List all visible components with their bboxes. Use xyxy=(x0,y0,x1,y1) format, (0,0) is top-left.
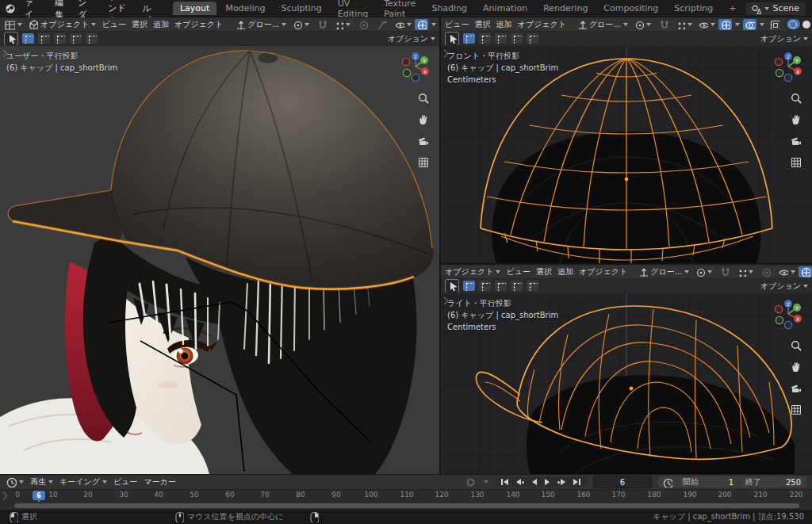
area-divider-horizontal[interactable] xyxy=(441,263,812,265)
zoom-icon[interactable] xyxy=(790,92,802,105)
proportional-edit-toggle[interactable] xyxy=(356,19,370,30)
use-preview-range-button[interactable] xyxy=(658,476,676,488)
visibility-dropdown[interactable] xyxy=(698,19,715,29)
tab-layout[interactable]: Layout xyxy=(173,2,216,15)
timeline-expand-chevron[interactable] xyxy=(0,492,7,500)
select-mode-invert[interactable] xyxy=(511,33,523,44)
viewport-menu-object[interactable]: オブジェクト xyxy=(579,266,627,277)
tab-modeling[interactable]: Modeling xyxy=(218,2,272,15)
active-tool-select-box[interactable] xyxy=(445,32,459,46)
viewport-menu-object[interactable]: オブジェクト xyxy=(174,19,223,30)
select-mode-intersect[interactable] xyxy=(527,281,538,291)
toggle-ortho-icon[interactable] xyxy=(790,404,802,416)
shading-solid-button[interactable] xyxy=(800,19,812,29)
scene-selector[interactable]: Scene xyxy=(746,2,806,15)
overlays-toggle[interactable] xyxy=(743,19,756,30)
navigation-gizmo[interactable]: Z Y X xyxy=(400,51,431,82)
timeline-ruler[interactable]: 0 10 20 30 40 50 60 70 80 90 100 110 120… xyxy=(0,490,812,502)
snap-settings-dropdown[interactable] xyxy=(737,267,753,277)
timeline-scrollbar[interactable] xyxy=(14,503,799,508)
tool-options-dropdown[interactable]: オプション xyxy=(760,33,808,44)
viewport-menu-add[interactable]: 追加 xyxy=(496,19,511,30)
viewport-menu-select[interactable]: 選択 xyxy=(474,19,490,30)
select-mode-extend[interactable] xyxy=(38,33,50,44)
tool-options-dropdown[interactable]: オプション xyxy=(760,281,808,292)
viewport-menu-view[interactable]: ビュー xyxy=(506,266,530,277)
camera-view-icon[interactable] xyxy=(417,135,430,147)
pivot-point-dropdown[interactable] xyxy=(292,19,309,29)
xray-toggle[interactable] xyxy=(768,19,781,30)
select-mode-extend[interactable] xyxy=(479,33,491,44)
viewport-canvas-user[interactable] xyxy=(0,46,439,474)
pan-hand-icon[interactable] xyxy=(417,113,430,126)
prev-keyframe-button[interactable] xyxy=(513,478,527,486)
visibility-dropdown[interactable] xyxy=(778,266,795,277)
gizmos-toggle[interactable] xyxy=(415,19,428,30)
mode-dropdown[interactable]: オブジェクト xyxy=(445,266,500,277)
tab-animation[interactable]: Animation xyxy=(476,2,534,15)
jump-to-end-button[interactable] xyxy=(570,478,584,486)
navigation-gizmo[interactable]: Z Y X xyxy=(772,298,804,330)
viewport-menu-select[interactable]: 選択 xyxy=(536,266,552,277)
viewport-canvas-right[interactable] xyxy=(441,293,812,474)
select-mode-intersect[interactable] xyxy=(527,33,538,44)
play-button[interactable] xyxy=(542,478,553,486)
editor-type-dropdown[interactable] xyxy=(4,19,22,30)
editor-type-dropdown[interactable] xyxy=(6,476,24,488)
navigation-gizmo[interactable]: Z Y X xyxy=(772,51,804,82)
select-mode-subtract[interactable] xyxy=(495,33,507,44)
play-reverse-button[interactable] xyxy=(529,478,540,486)
gizmos-toggle[interactable] xyxy=(799,266,812,277)
select-mode-new[interactable] xyxy=(22,33,34,44)
tab-rendering[interactable]: Rendering xyxy=(536,2,595,15)
select-mode-subtract[interactable] xyxy=(495,281,507,291)
transform-orientation-dropdown[interactable]: グロー... xyxy=(576,19,628,30)
viewport-menu-add[interactable]: 追加 xyxy=(557,266,573,277)
zoom-icon[interactable] xyxy=(417,92,430,105)
shading-wireframe-button[interactable] xyxy=(787,19,800,29)
pan-hand-icon[interactable] xyxy=(790,113,802,126)
camera-view-icon[interactable] xyxy=(790,382,802,395)
visibility-dropdown[interactable] xyxy=(394,19,412,29)
timeline-marker-menu[interactable]: マーカー xyxy=(144,476,175,488)
tool-options-dropdown[interactable]: オプション xyxy=(388,33,435,44)
select-mode-intersect[interactable] xyxy=(86,33,98,44)
gizmos-toggle[interactable] xyxy=(718,19,732,30)
toggle-ortho-icon[interactable] xyxy=(417,156,430,169)
proportional-falloff-dropdown[interactable] xyxy=(375,19,389,30)
playback-menu[interactable]: 再生 xyxy=(30,476,53,488)
proportional-edit-toggle[interactable] xyxy=(759,266,772,277)
keying-menu[interactable]: キーイング xyxy=(59,476,107,488)
viewport-menu-view[interactable]: ビュー xyxy=(102,19,125,30)
toggle-ortho-icon[interactable] xyxy=(790,156,802,169)
select-mode-invert[interactable] xyxy=(70,33,82,44)
frame-start-field[interactable]: 開始1 xyxy=(677,476,739,488)
mode-dropdown[interactable]: オブジェクト xyxy=(28,19,96,30)
snap-settings-dropdown[interactable] xyxy=(334,20,350,29)
jump-to-start-button[interactable] xyxy=(498,478,511,486)
tab-sculpting[interactable]: Sculpting xyxy=(274,2,328,15)
viewport-canvas-front[interactable] xyxy=(441,46,812,263)
transform-orientation-dropdown[interactable]: グロー... xyxy=(638,266,689,277)
blender-logo-icon[interactable] xyxy=(3,3,17,14)
select-mode-new[interactable] xyxy=(463,33,475,44)
select-mode-extend[interactable] xyxy=(479,281,491,291)
active-tool-select-box[interactable] xyxy=(4,32,18,46)
transform-orientation-dropdown[interactable]: グロー... xyxy=(235,19,286,30)
snap-toggle[interactable] xyxy=(657,19,670,30)
pan-hand-icon[interactable] xyxy=(790,361,802,373)
snap-toggle[interactable] xyxy=(718,266,731,277)
zoom-icon[interactable] xyxy=(790,339,802,352)
select-mode-subtract[interactable] xyxy=(54,33,66,44)
select-mode-invert[interactable] xyxy=(511,281,523,291)
active-tool-select-box[interactable] xyxy=(445,279,459,293)
tab-compositing[interactable]: Compositing xyxy=(596,2,665,15)
viewport-menu-add[interactable]: 追加 xyxy=(153,19,169,30)
tab-scripting[interactable]: Scripting xyxy=(667,2,720,15)
next-keyframe-button[interactable] xyxy=(554,478,569,486)
snap-settings-dropdown[interactable] xyxy=(676,20,692,29)
timeline-scroll-track[interactable] xyxy=(0,502,812,510)
current-frame-field[interactable]: 6 xyxy=(593,476,652,488)
viewport-menu-view[interactable]: ビュー xyxy=(445,19,469,30)
timeline-view-menu[interactable]: ビュー xyxy=(113,476,137,488)
